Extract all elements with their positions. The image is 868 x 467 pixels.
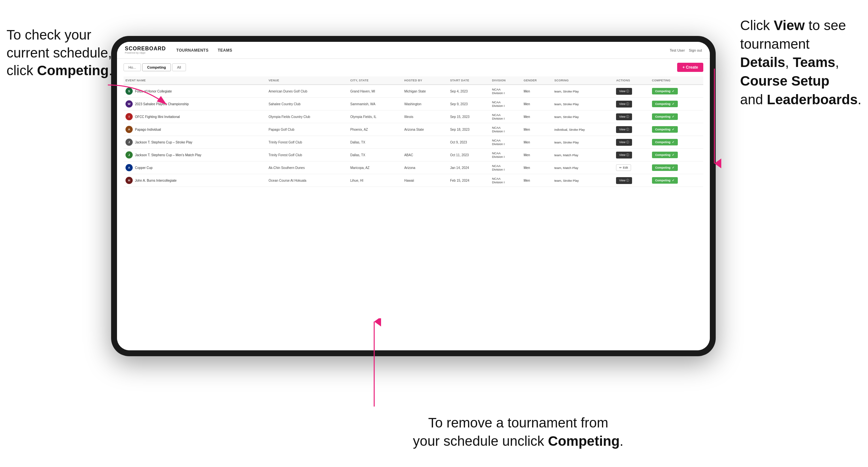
edit-button[interactable]: ✏ Edit (616, 164, 631, 171)
view-button[interactable]: View ⓘ (616, 177, 632, 184)
cell-hosted-by: Illinois (402, 111, 448, 123)
event-name-text: Papago Individual (135, 128, 161, 131)
tab-competing[interactable]: Competing (142, 63, 170, 71)
nav-teams[interactable]: TEAMS (218, 47, 232, 54)
col-scoring: SCORING (552, 76, 614, 85)
topright-arrow (701, 65, 727, 170)
tablet: SCOREBOARD Powered by clippi TOURNAMENTS… (111, 36, 716, 356)
cell-scoring: team, Match Play (552, 161, 614, 174)
cell-hosted-by (402, 136, 448, 149)
cell-start-date: Oct 9, 2023 (448, 136, 490, 149)
cell-venue: Papago Golf Club (267, 123, 348, 136)
cell-competing[interactable]: Competing ✓ (650, 85, 703, 98)
cell-start-date: Jan 14, 2024 (448, 161, 490, 174)
cell-event-name: H John A. Burns Intercollegiate (124, 174, 267, 187)
cell-division: NCAADivision I (490, 174, 522, 187)
table-row: J Jackson T. Stephens Cup – Men's Match … (124, 149, 703, 161)
signout-link[interactable]: Sign out (689, 49, 702, 52)
cell-venue: American Dunes Golf Club (267, 85, 348, 98)
cell-start-date: Feb 15, 2024 (448, 174, 490, 187)
nav-tournaments[interactable]: TOURNAMENTS (177, 47, 209, 54)
create-button[interactable]: + Create (677, 63, 703, 72)
cell-scoring: team, Stroke Play (552, 174, 614, 187)
cell-venue: Trinity Forest Golf Club (267, 136, 348, 149)
cell-city-state: Sammamish, WA (348, 98, 402, 111)
view-button[interactable]: View ⓘ (616, 126, 632, 133)
cell-competing[interactable]: Competing ✓ (650, 136, 703, 149)
event-name-text: John A. Burns Intercollegiate (135, 179, 177, 182)
filter-tabs: Ho... Competing All (124, 63, 186, 71)
competing-button[interactable]: Competing ✓ (652, 101, 678, 107)
competing-button[interactable]: Competing ✓ (652, 126, 678, 133)
tournaments-table: EVENT NAME VENUE CITY, STATE HOSTED BY S… (124, 76, 703, 187)
cell-event-name: A Copper Cup (124, 161, 267, 174)
cell-hosted-by: Hawaii (402, 174, 448, 187)
cell-competing[interactable]: Competing ✓ (650, 123, 703, 136)
cell-city-state: Lihue, HI (348, 174, 402, 187)
cell-action[interactable]: View ⓘ (614, 98, 650, 111)
competing-button[interactable]: Competing ✓ (652, 114, 678, 120)
cell-division: NCAADivision I (490, 98, 522, 111)
content: Ho... Competing All + Create EVENT NAME … (117, 59, 710, 350)
cell-action[interactable]: View ⓘ (614, 174, 650, 187)
col-venue: VENUE (267, 76, 348, 85)
cell-city-state: Olympia Fields, IL (348, 111, 402, 123)
navbar: SCOREBOARD Powered by clippi TOURNAMENTS… (117, 42, 710, 59)
cell-gender: Men (522, 149, 552, 161)
cell-scoring: team, Stroke Play (552, 85, 614, 98)
cell-city-state: Grand Haven, MI (348, 85, 402, 98)
cell-gender: Men (522, 174, 552, 187)
cell-venue: Trinity Forest Golf Club (267, 149, 348, 161)
table-wrapper: EVENT NAME VENUE CITY, STATE HOSTED BY S… (124, 76, 703, 187)
cell-action[interactable]: ✏ Edit (614, 161, 650, 174)
cell-competing[interactable]: Competing ✓ (650, 98, 703, 111)
view-button[interactable]: View ⓘ (616, 139, 632, 146)
view-button[interactable]: View ⓘ (616, 114, 632, 120)
cell-venue: Ocean Course At Hokuala (267, 174, 348, 187)
competing-button[interactable]: Competing ✓ (652, 139, 678, 146)
cell-hosted-by: ABAC (402, 149, 448, 161)
cell-event-name: J Jackson T. Stephens Cup – Stroke Play (124, 136, 267, 149)
competing-button[interactable]: Competing ✓ (652, 88, 678, 94)
annotation-topright: Click View to see tournament Details, Te… (740, 16, 862, 109)
tab-home[interactable]: Ho... (124, 63, 141, 71)
cell-action[interactable]: View ⓘ (614, 85, 650, 98)
cell-action[interactable]: View ⓘ (614, 149, 650, 161)
event-name-text: Jackson T. Stephens Cup – Men's Match Pl… (135, 153, 201, 157)
cell-scoring: team, Stroke Play (552, 111, 614, 123)
competing-button[interactable]: Competing ✓ (652, 152, 678, 158)
cell-competing[interactable]: Competing ✓ (650, 161, 703, 174)
cell-competing[interactable]: Competing ✓ (650, 149, 703, 161)
competing-button[interactable]: Competing ✓ (652, 177, 678, 184)
cell-gender: Men (522, 123, 552, 136)
cell-action[interactable]: View ⓘ (614, 123, 650, 136)
nav-links: TOURNAMENTS TEAMS (177, 47, 232, 54)
competing-button[interactable]: Competing ✓ (652, 164, 678, 171)
cell-action[interactable]: View ⓘ (614, 136, 650, 149)
cell-start-date: Sep 15, 2023 (448, 111, 490, 123)
annotation-topleft: To check your current schedule, click Co… (6, 26, 113, 80)
cell-scoring: team, Stroke Play (552, 98, 614, 111)
cell-scoring: individual, Stroke Play (552, 123, 614, 136)
col-gender: GENDER (522, 76, 552, 85)
cell-hosted-by: Arizona State (402, 123, 448, 136)
tab-all[interactable]: All (172, 63, 186, 71)
bottom-arrow (361, 318, 387, 410)
cell-action[interactable]: View ⓘ (614, 111, 650, 123)
col-start-date: START DATE (448, 76, 490, 85)
cell-scoring: team, Match Play (552, 149, 614, 161)
view-button[interactable]: View ⓘ (616, 88, 632, 95)
col-hosted-by: HOSTED BY (402, 76, 448, 85)
cell-city-state: Phoenix, AZ (348, 123, 402, 136)
cell-city-state: Dallas, TX (348, 136, 402, 149)
view-button[interactable]: View ⓘ (616, 101, 632, 107)
table-row: W 2023 Sahalee Players Championship Saha… (124, 98, 703, 111)
cell-competing[interactable]: Competing ✓ (650, 111, 703, 123)
cell-competing[interactable]: Competing ✓ (650, 174, 703, 187)
table-row: S Folds of Honor Collegiate American Dun… (124, 85, 703, 98)
left-arrow (88, 75, 186, 114)
event-name-text: Jackson T. Stephens Cup – Stroke Play (135, 141, 192, 144)
cell-city-state: Maricopa, AZ (348, 161, 402, 174)
nav-right: Test User Sign out (670, 49, 702, 52)
view-button[interactable]: View ⓘ (616, 152, 632, 158)
